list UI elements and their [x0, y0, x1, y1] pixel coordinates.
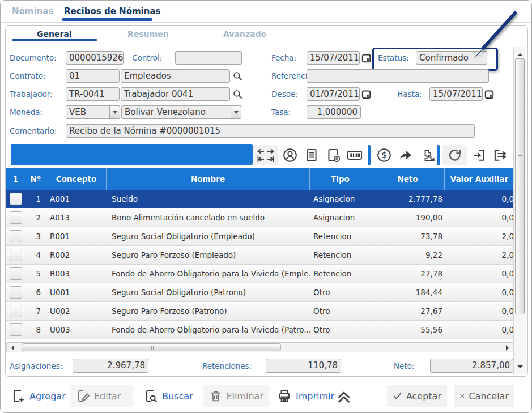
- neto-total-field: 2.857,00: [430, 359, 513, 373]
- comentario-field[interactable]: Recibo de la Nómina #0000001015: [66, 124, 475, 138]
- desde-field[interactable]: 01/07/2011: [307, 87, 360, 101]
- tasa-field[interactable]: 1,000000: [307, 105, 361, 119]
- horizontal-scroll-thumb[interactable]: [22, 343, 281, 351]
- editar-button[interactable]: Editar: [70, 385, 133, 407]
- hasta-field[interactable]: 15/07/2011: [429, 87, 483, 101]
- column-header-valor-auxiliar[interactable]: Valor Auxiliar: [445, 168, 514, 190]
- table-row[interactable]: 1 A001 Sueldo Asignacion 2.777,78 0,0: [6, 190, 514, 208]
- buscar-button[interactable]: Buscar: [138, 385, 199, 407]
- trabajador-label: Trabajador:: [10, 90, 53, 99]
- trash-icon: [209, 389, 222, 403]
- documento-label: Documento:: [10, 53, 57, 62]
- cancelar-button[interactable]: Cancelar: [454, 385, 514, 407]
- person-icon[interactable]: [279, 145, 301, 165]
- collapse-chevron-up-icon[interactable]: [336, 389, 352, 404]
- agregar-button[interactable]: Agregar: [5, 385, 71, 407]
- moneda-name-select[interactable]: Bolivar Venezolano: [121, 105, 241, 119]
- plugin-puzzle-icon[interactable]: [416, 145, 438, 165]
- contrato-name-field[interactable]: Empleados: [121, 69, 230, 83]
- vertical-scrollbar[interactable]: [513, 47, 526, 374]
- refresh-icon[interactable]: [442, 145, 467, 165]
- tab-avanzado[interactable]: Avanzado: [223, 29, 266, 39]
- row-checkbox[interactable]: [10, 249, 22, 261]
- close-x-icon: [459, 390, 465, 402]
- control-field[interactable]: [175, 51, 242, 65]
- scroll-down-icon[interactable]: [517, 365, 523, 371]
- hasta-label: Hasta:: [397, 90, 422, 99]
- printer-icon: [277, 389, 292, 403]
- export-icon[interactable]: [489, 145, 510, 165]
- currency-dollar-icon[interactable]: $: [373, 145, 395, 165]
- trabajador-code-field[interactable]: TR-0041: [66, 87, 120, 101]
- desde-label: Desde:: [271, 90, 298, 99]
- contrato-code-field[interactable]: 01: [66, 69, 120, 83]
- row-checkbox[interactable]: [10, 211, 22, 224]
- column-header-nombre[interactable]: Nombre: [107, 168, 310, 190]
- vertical-scroll-thumb[interactable]: [515, 58, 525, 314]
- imprimir-button[interactable]: Imprimir: [271, 385, 340, 407]
- eliminar-button[interactable]: Eliminar: [203, 385, 269, 407]
- control-label: Control:: [132, 53, 162, 62]
- general-tab-underline: [12, 39, 97, 41]
- row-checkbox[interactable]: [10, 230, 22, 242]
- asignaciones-label: Asignaciones:: [10, 361, 62, 371]
- table-row[interactable]: 2 A013 Bono Alimentación cancelado en su…: [6, 208, 514, 227]
- fecha-field[interactable]: 15/07/2011: [307, 51, 360, 65]
- aceptar-button[interactable]: Aceptar: [387, 385, 447, 407]
- table-row[interactable]: 7 U002 Seguro Paro Forzoso (Patrono) Otr…: [6, 302, 514, 321]
- moneda-label: Moneda:: [10, 108, 42, 117]
- toolbar-separator: [368, 145, 371, 165]
- svg-text:$: $: [381, 150, 387, 160]
- document-icon[interactable]: [301, 145, 322, 165]
- scroll-left-icon[interactable]: [8, 345, 14, 351]
- barcode-icon[interactable]: [344, 145, 365, 165]
- documento-field[interactable]: 0000015926: [66, 51, 124, 65]
- column-header-numero[interactable]: Nº: [25, 168, 46, 190]
- scroll-right-icon[interactable]: [506, 345, 512, 351]
- contrato-label: Contrato:: [10, 71, 45, 80]
- tab-recibos-de-nominas[interactable]: Recibos de Nóminas: [64, 6, 160, 16]
- row-checkbox[interactable]: [10, 323, 22, 336]
- column-header-tipo[interactable]: Tipo: [310, 168, 371, 190]
- comentario-label: Comentario:: [10, 126, 57, 135]
- table-row[interactable]: 4 R002 Seguro Paro Forzoso (Empleado) Re…: [6, 246, 514, 265]
- fecha-calendar-icon[interactable]: [360, 52, 372, 63]
- referencia-field[interactable]: [307, 69, 489, 83]
- document-search-icon: [143, 389, 158, 403]
- row-checkbox[interactable]: [10, 193, 22, 205]
- table-row[interactable]: 3 R001 Seguro Social Obligatorio (Emplea…: [6, 227, 514, 246]
- column-header-select[interactable]: 1: [6, 168, 25, 190]
- import-icon[interactable]: [469, 145, 490, 165]
- tab-resumen[interactable]: Resumen: [127, 29, 169, 39]
- hasta-calendar-icon[interactable]: [483, 88, 495, 100]
- moneda-name-dropdown-icon[interactable]: [231, 105, 241, 119]
- check-icon: [393, 390, 402, 402]
- moneda-code-dropdown-icon[interactable]: [109, 105, 120, 119]
- row-checkbox[interactable]: [10, 267, 22, 280]
- payroll-receipt-window: Nóminas Recibos de Nóminas General Resum…: [0, 0, 532, 413]
- retenciones-total-field: 110,78: [266, 359, 341, 373]
- row-checkbox[interactable]: [10, 305, 22, 317]
- tab-nominas[interactable]: Nóminas: [12, 6, 53, 16]
- horizontal-scrollbar[interactable]: [6, 342, 514, 352]
- estatus-field[interactable]: Confirmado: [416, 51, 487, 65]
- scroll-up-icon[interactable]: [517, 50, 523, 56]
- document-add-icon: [11, 389, 25, 403]
- document-add-icon[interactable]: [322, 145, 344, 165]
- table-row[interactable]: 6 U001 Seguro Social Obligatorio (Patron…: [6, 283, 514, 302]
- table-row[interactable]: 8 U003 Fondo de Ahorro Obligatorio para …: [6, 321, 514, 339]
- column-header-concepto[interactable]: Concepto: [46, 168, 107, 190]
- contrato-search-icon[interactable]: [232, 70, 243, 82]
- nav-arrows-icon[interactable]: [253, 145, 278, 165]
- desde-calendar-icon[interactable]: [360, 88, 372, 100]
- document-edit-icon: [75, 389, 90, 403]
- toolbar-blue-bar: [11, 144, 253, 165]
- toolbar-separator: [437, 145, 440, 165]
- tab-general[interactable]: General: [37, 29, 72, 39]
- table-row[interactable]: 5 R003 Fondo de Ahorro Obligatorio para …: [6, 265, 514, 283]
- forward-arrow-icon[interactable]: [395, 145, 416, 165]
- row-checkbox[interactable]: [10, 286, 22, 299]
- trabajador-name-field[interactable]: Trabajador 0041: [121, 87, 230, 101]
- column-header-neto[interactable]: Neto: [371, 168, 445, 190]
- trabajador-search-icon[interactable]: [232, 88, 243, 100]
